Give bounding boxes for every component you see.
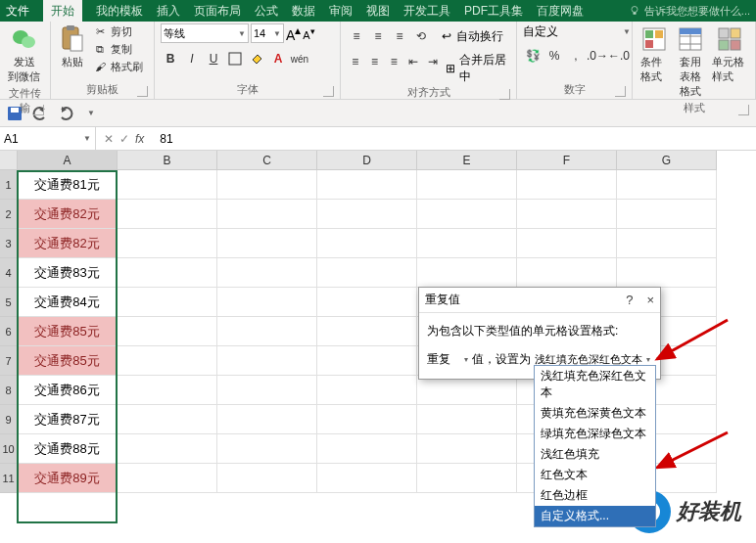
cell[interactable] bbox=[217, 288, 317, 317]
row-header[interactable]: 10 bbox=[0, 434, 18, 464]
cut-button[interactable]: ✂剪切 bbox=[92, 23, 143, 39]
cell[interactable] bbox=[118, 464, 217, 493]
accept-formula-button[interactable]: ✓ bbox=[119, 132, 129, 146]
cell[interactable] bbox=[517, 200, 617, 229]
tab-home[interactable]: 开始 bbox=[43, 0, 82, 23]
cell[interactable]: 交通费88元 bbox=[18, 434, 118, 464]
cell[interactable] bbox=[317, 200, 417, 229]
cell[interactable] bbox=[417, 405, 517, 434]
align-left-button[interactable]: ≡ bbox=[347, 52, 364, 71]
tab-view[interactable]: 视图 bbox=[366, 3, 390, 20]
cell-styles-button[interactable]: 单元格样式 bbox=[710, 23, 749, 86]
align-right-button[interactable]: ≡ bbox=[386, 52, 403, 71]
cell[interactable]: 交通费85元 bbox=[18, 346, 118, 376]
cell[interactable] bbox=[118, 288, 217, 317]
cell[interactable]: 交通费82元 bbox=[18, 229, 118, 258]
row-header[interactable]: 6 bbox=[0, 317, 18, 346]
merge-center-button[interactable]: ⊞合并后居中 bbox=[444, 52, 510, 85]
formula-value[interactable]: 81 bbox=[152, 132, 172, 146]
cell[interactable] bbox=[317, 229, 417, 258]
redo-button[interactable] bbox=[57, 105, 74, 122]
cell[interactable] bbox=[617, 258, 717, 288]
select-all-corner[interactable] bbox=[0, 151, 18, 170]
bold-button[interactable]: B bbox=[161, 49, 180, 68]
cell[interactable] bbox=[617, 200, 717, 229]
cell[interactable] bbox=[517, 229, 617, 258]
cell[interactable] bbox=[118, 405, 217, 434]
cell[interactable]: 交通费89元 bbox=[18, 464, 118, 493]
dropdown-option[interactable]: 浅红色填充 bbox=[535, 444, 655, 465]
indent-dec-button[interactable]: ⇤ bbox=[404, 52, 422, 71]
dropdown-option[interactable]: 浅红填充色深红色文本 bbox=[535, 366, 655, 403]
cell[interactable]: 交通费84元 bbox=[18, 288, 118, 317]
font-name-select[interactable]: 等线▼ bbox=[161, 23, 249, 43]
cell[interactable]: 交通费83元 bbox=[18, 258, 118, 288]
cell[interactable] bbox=[217, 346, 317, 376]
tell-me[interactable]: 告诉我您想要做什么... bbox=[629, 4, 750, 19]
percent-button[interactable]: % bbox=[544, 46, 564, 66]
cell[interactable] bbox=[217, 258, 317, 288]
cell[interactable] bbox=[417, 434, 517, 464]
font-size-select[interactable]: 14▼ bbox=[251, 23, 284, 43]
row-header[interactable]: 4 bbox=[0, 258, 18, 288]
row-header[interactable]: 11 bbox=[0, 464, 18, 493]
underline-button[interactable]: U bbox=[204, 49, 223, 68]
cell[interactable] bbox=[217, 464, 317, 493]
align-top-button[interactable]: ≡ bbox=[347, 26, 366, 46]
tab-baidu[interactable]: 百度网盘 bbox=[537, 3, 584, 20]
cell[interactable] bbox=[217, 434, 317, 464]
cancel-formula-button[interactable]: ✕ bbox=[104, 132, 114, 146]
cell[interactable] bbox=[217, 405, 317, 434]
cell[interactable] bbox=[217, 170, 317, 200]
tab-file[interactable]: 文件 bbox=[6, 3, 29, 20]
row-header[interactable]: 8 bbox=[0, 376, 18, 405]
cell[interactable] bbox=[417, 376, 517, 405]
row-header[interactable]: 2 bbox=[0, 200, 18, 229]
col-header-e[interactable]: E bbox=[417, 151, 517, 170]
shrink-font-button[interactable]: A▾ bbox=[303, 25, 314, 41]
cell[interactable] bbox=[118, 170, 217, 200]
grow-font-button[interactable]: A▴ bbox=[286, 23, 301, 43]
format-painter-button[interactable]: 🖌格式刷 bbox=[92, 59, 143, 74]
name-box[interactable]: A1 ▼ bbox=[0, 127, 96, 150]
cell[interactable] bbox=[217, 200, 317, 229]
orientation-button[interactable]: ⟲ bbox=[411, 26, 431, 46]
dropdown-option[interactable]: 自定义格式... bbox=[535, 506, 655, 526]
cell[interactable] bbox=[317, 464, 417, 493]
cell[interactable] bbox=[118, 258, 217, 288]
col-header-f[interactable]: F bbox=[517, 151, 617, 170]
conditional-format-button[interactable]: 条件格式 bbox=[638, 23, 671, 86]
cell[interactable] bbox=[217, 317, 317, 346]
cell[interactable] bbox=[417, 464, 517, 493]
cell[interactable]: 交通费82元 bbox=[18, 200, 118, 229]
tab-formulas[interactable]: 公式 bbox=[255, 3, 278, 20]
tab-layout[interactable]: 页面布局 bbox=[194, 3, 241, 20]
dec-decimal-button[interactable]: ←.0 bbox=[609, 46, 629, 66]
table-format-button[interactable]: 套用 表格格式 bbox=[675, 23, 707, 101]
row-header[interactable]: 5 bbox=[0, 288, 18, 317]
cell[interactable] bbox=[118, 346, 217, 376]
dropdown-option[interactable]: 绿填充色深绿色文本 bbox=[535, 424, 655, 444]
indent-inc-button[interactable]: ⇥ bbox=[424, 52, 442, 71]
dialog-close-button[interactable]: × bbox=[646, 293, 654, 307]
col-header-b[interactable]: B bbox=[118, 151, 217, 170]
row-header[interactable]: 7 bbox=[0, 346, 18, 376]
cell[interactable] bbox=[317, 317, 417, 346]
tab-pdf[interactable]: PDF工具集 bbox=[464, 3, 523, 20]
cell[interactable] bbox=[617, 170, 717, 200]
row-header[interactable]: 9 bbox=[0, 405, 18, 434]
cell[interactable] bbox=[317, 258, 417, 288]
cell[interactable] bbox=[118, 376, 217, 405]
tab-insert[interactable]: 插入 bbox=[157, 3, 180, 20]
cell[interactable] bbox=[517, 170, 617, 200]
fill-color-button[interactable] bbox=[247, 49, 266, 68]
cell[interactable]: 交通费87元 bbox=[18, 405, 118, 434]
align-center-button[interactable]: ≡ bbox=[366, 52, 384, 71]
italic-button[interactable]: I bbox=[182, 49, 202, 68]
border-button[interactable] bbox=[225, 49, 245, 68]
fx-button[interactable]: fx bbox=[135, 132, 144, 146]
cell[interactable] bbox=[617, 229, 717, 258]
tab-data[interactable]: 数据 bbox=[292, 3, 315, 20]
cell[interactable] bbox=[317, 434, 417, 464]
dialog-help-button[interactable]: ? bbox=[626, 293, 633, 307]
